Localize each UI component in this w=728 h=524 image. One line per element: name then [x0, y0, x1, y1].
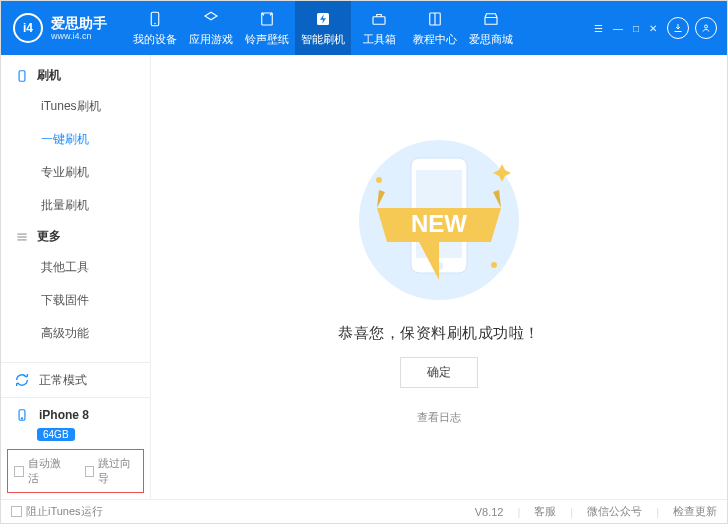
svg-point-7 [705, 25, 708, 28]
svg-point-1 [154, 22, 156, 24]
nav-tutorial[interactable]: 教程中心 [407, 1, 463, 55]
logo: i4 爱思助手 www.i4.cn [13, 13, 107, 43]
svg-point-15 [376, 177, 382, 183]
sidebar-item-batch[interactable]: 批量刷机 [1, 189, 150, 222]
options-box: 自动激活 跳过向导 [7, 449, 144, 493]
maximize-icon[interactable]: □ [633, 23, 639, 34]
auto-activate-checkbox[interactable]: 自动激活 [14, 456, 67, 486]
sidebar-list: 刷机iTunes刷机一键刷机专业刷机批量刷机更多其他工具下载固件高级功能 [1, 55, 150, 362]
sidebar-item-one[interactable]: 一键刷机 [1, 123, 150, 156]
main-area: NEW 恭喜您，保资料刷机成功啦！ 确定 查看日志 [151, 55, 727, 499]
version-label: V8.12 [475, 506, 504, 518]
lock-icon[interactable]: ☰ [594, 23, 603, 34]
svg-point-13 [21, 418, 22, 419]
minimize-icon[interactable]: — [613, 23, 623, 34]
sidebar-item-pro[interactable]: 专业刷机 [1, 156, 150, 189]
skip-guide-checkbox[interactable]: 跳过向导 [85, 456, 138, 486]
store-icon [482, 10, 500, 28]
confirm-button[interactable]: 确定 [400, 357, 478, 388]
book-icon [426, 10, 444, 28]
phone-device-icon [13, 406, 31, 424]
sidebar: 刷机iTunes刷机一键刷机专业刷机批量刷机更多其他工具下载固件高级功能 正常模… [1, 55, 151, 499]
view-log-link[interactable]: 查看日志 [417, 410, 461, 425]
footer: 阻止iTunes运行 V8.12 | 客服 | 微信公众号 | 检查更新 [1, 499, 727, 523]
apps-icon [202, 10, 220, 28]
device-mode-label: 正常模式 [39, 372, 87, 389]
title-bar: i4 爱思助手 www.i4.cn 我的设备应用游戏铃声壁纸智能刷机工具箱教程中… [1, 1, 727, 55]
phone-icon [146, 10, 164, 28]
note-icon [258, 10, 276, 28]
logo-mark: i4 [13, 13, 43, 43]
success-message: 恭喜您，保资料刷机成功啦！ [338, 324, 540, 343]
main-nav: 我的设备应用游戏铃声壁纸智能刷机工具箱教程中心爱思商城 [127, 1, 519, 55]
window-controls: ☰ — □ ✕ [594, 23, 657, 34]
nav-devices[interactable]: 我的设备 [127, 1, 183, 55]
sidebar-item-advanced[interactable]: 高级功能 [1, 317, 150, 350]
phone-icon [15, 69, 29, 83]
sidebar-item-other[interactable]: 其他工具 [1, 251, 150, 284]
sidebar-group-flash[interactable]: 刷机 [1, 61, 150, 90]
svg-point-16 [491, 262, 497, 268]
close-icon[interactable]: ✕ [649, 23, 657, 34]
check-update-link[interactable]: 检查更新 [673, 504, 717, 519]
success-illustration: NEW [319, 130, 559, 310]
device-row[interactable]: iPhone 8 64GB [1, 397, 150, 449]
nav-flash[interactable]: 智能刷机 [295, 1, 351, 55]
sidebar-group-more[interactable]: 更多 [1, 222, 150, 251]
sidebar-item-itunes[interactable]: iTunes刷机 [1, 90, 150, 123]
flash-icon [314, 10, 332, 28]
wechat-link[interactable]: 微信公众号 [587, 504, 642, 519]
user-circle-button[interactable] [695, 17, 717, 39]
support-link[interactable]: 客服 [534, 504, 556, 519]
nav-apps[interactable]: 应用游戏 [183, 1, 239, 55]
svg-rect-8 [19, 70, 25, 81]
device-name: iPhone 8 [39, 408, 89, 422]
list-icon [15, 230, 29, 244]
device-storage-badge: 64GB [37, 428, 75, 441]
nav-mall[interactable]: 爱思商城 [463, 1, 519, 55]
toolbox-icon [370, 10, 388, 28]
nav-tools[interactable]: 工具箱 [351, 1, 407, 55]
nav-ringtones[interactable]: 铃声壁纸 [239, 1, 295, 55]
svg-rect-4 [373, 16, 385, 24]
device-mode-row[interactable]: 正常模式 [1, 363, 150, 397]
refresh-icon [13, 371, 31, 389]
download-circle-button[interactable] [667, 17, 689, 39]
block-itunes-checkbox[interactable]: 阻止iTunes运行 [11, 504, 103, 519]
banner-text: NEW [411, 210, 467, 237]
sidebar-item-download[interactable]: 下载固件 [1, 284, 150, 317]
logo-text: 爱思助手 www.i4.cn [51, 15, 107, 41]
